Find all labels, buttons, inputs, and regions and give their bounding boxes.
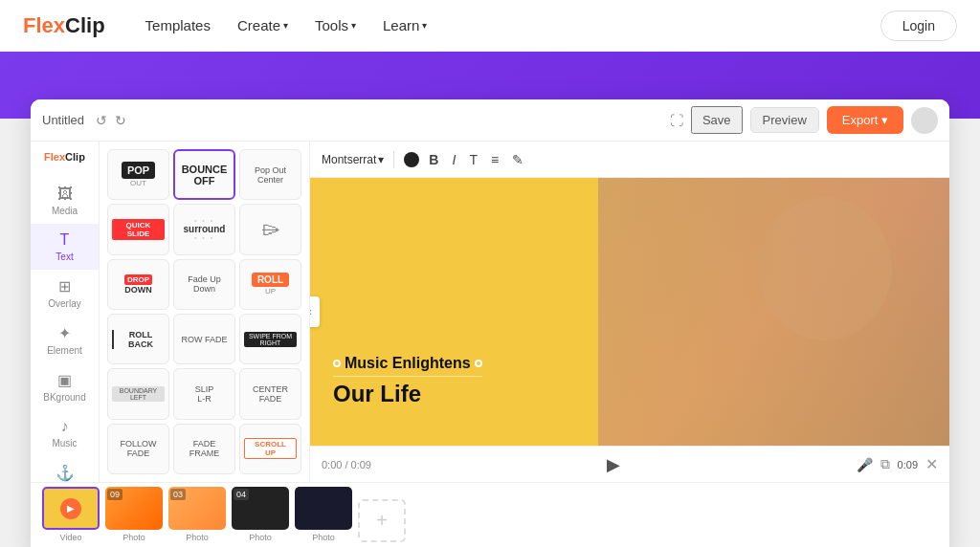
handle-left	[333, 360, 341, 367]
logo[interactable]: FlexClip	[23, 13, 105, 38]
animation-swipe-from-right[interactable]: SWIPE FROM RIGHT	[239, 314, 301, 364]
clip-label-photo2: Photo	[186, 533, 209, 542]
sidebar-label-media: Media	[52, 206, 78, 216]
editor-title: Untitled	[42, 113, 84, 127]
timeline-clip-photo4[interactable]: Photo 0:03	[295, 487, 352, 547]
sidebar-item-media[interactable]: 🖼 Media	[31, 178, 99, 224]
nav-arrow-left[interactable]: ‹	[310, 296, 320, 327]
export-button[interactable]: Export ▾	[827, 106, 903, 134]
clip-thumb-photo1: 09	[105, 487, 163, 530]
toolbar-divider	[393, 151, 394, 168]
play-overlay-icon: ▶	[60, 498, 81, 519]
surround-text: surround	[184, 224, 226, 234]
sidebar-label-overlay: Overlay	[48, 298, 80, 309]
element-icon: ✦	[58, 324, 71, 342]
chevron-down-icon: ▾	[378, 153, 384, 166]
screen-button[interactable]: ⧉	[880, 456, 890, 472]
bkground-icon: ▣	[57, 371, 72, 389]
editor-content: FlexClip 🖼 Media T Text ⊞ Overlay ✦ Elem…	[31, 142, 949, 482]
timeline-clip-photo3[interactable]: 04 Photo 0:03	[232, 487, 289, 547]
animation-pop-out[interactable]: POP OUT	[107, 149, 169, 200]
sidebar-item-overlay[interactable]: ⊞ Overlay	[31, 270, 99, 317]
clip-thumb-photo3: 04	[232, 487, 289, 530]
play-button[interactable]: ▶	[607, 454, 620, 475]
bold-button[interactable]: B	[425, 150, 442, 169]
animation-roll-up[interactable]: ROLL UP	[239, 259, 301, 310]
editor-topbar: Untitled ↺ ↻ ⛶ Save Preview Export ▾	[31, 99, 949, 142]
animation-center-fade[interactable]: CENTER FADE	[239, 368, 301, 419]
sidebar-item-watermark[interactable]: ⚓ Watermark	[31, 456, 99, 482]
sidebar-item-music[interactable]: ♪ Music	[31, 410, 99, 456]
text-icon: T	[60, 231, 70, 249]
edit-button[interactable]: ✎	[508, 150, 527, 169]
animation-fade-up-down[interactable]: Fade Up Down	[173, 259, 235, 310]
close-button[interactable]: ✕	[925, 455, 938, 473]
animation-scroll-up[interactable]: SCROLL UP	[239, 424, 301, 474]
animation-roll-back[interactable]: ROLL BACK	[107, 314, 169, 364]
text-style-button[interactable]: T	[465, 150, 481, 169]
panels-area: POP OUT BOUNCE OFF Pop Out Center	[100, 142, 949, 482]
clip-thumb-video: ▶	[42, 487, 100, 530]
timeline: ▶ Video 0:16 09 Photo 0:09 03 Photo 0:03	[31, 482, 949, 547]
timeline-clip-photo2[interactable]: 03 Photo 0:03	[168, 487, 226, 547]
sidebar-item-element[interactable]: ✦ Element	[31, 317, 99, 363]
canvas-text-overlay[interactable]: Music Enlightens Our Life	[333, 355, 482, 407]
align-button[interactable]: ≡	[487, 150, 502, 169]
sidebar-item-text[interactable]: T Text	[31, 224, 99, 270]
nav-create[interactable]: Create ▾	[228, 11, 298, 39]
canvas-text-line1: Music Enlightens	[345, 355, 471, 372]
animation-bounce-off[interactable]: BOUNCE OFF	[173, 149, 235, 200]
clip-thumb-photo4	[295, 487, 352, 530]
font-selector[interactable]: Montserrat ▾	[322, 153, 384, 166]
animation-quick-slide[interactable]: QUICK SLIDE	[107, 204, 169, 254]
chevron-down-icon: ▾	[351, 20, 356, 31]
add-clip-button[interactable]: +	[358, 499, 406, 542]
handle-right	[475, 360, 482, 367]
top-nav: FlexClip Templates Create ▾ Tools ▾ Lear…	[0, 0, 980, 52]
logo-text: FlexClip	[23, 13, 105, 38]
animation-fade-frame[interactable]: FADE FRAME	[173, 424, 235, 474]
nav-learn[interactable]: Learn ▾	[373, 11, 436, 39]
nav-templates[interactable]: Templates	[136, 11, 220, 39]
chevron-down-icon: ▾	[283, 20, 288, 31]
save-button[interactable]: Save	[691, 106, 743, 134]
animation-boundary-left[interactable]: BOUNDARY LEFT	[107, 368, 169, 419]
redo-button[interactable]: ↻	[111, 111, 130, 130]
italic-button[interactable]: I	[448, 150, 459, 169]
model-face	[758, 197, 892, 340]
animation-surround[interactable]: • • • surround • • •	[173, 204, 235, 254]
avatar[interactable]	[911, 107, 938, 134]
canvas-area: Music Enlightens Our Life ‹	[310, 178, 949, 446]
editor-toolbar: Montserrat ▾ B I T ≡ ✎	[310, 142, 949, 178]
cursor-icon: ⌲	[261, 218, 280, 240]
animation-drop-down[interactable]: DROP DOWN	[107, 259, 169, 310]
overlay-icon: ⊞	[58, 277, 71, 295]
selection-line	[333, 376, 482, 377]
animation-pop-out-center[interactable]: Pop Out Center	[239, 149, 301, 200]
music-icon: ♪	[61, 418, 69, 435]
animation-row-fade[interactable]: ROW FADE	[173, 314, 235, 364]
undo-button[interactable]: ↺	[92, 111, 111, 130]
login-button[interactable]: Login	[880, 11, 957, 41]
nav-links: Templates Create ▾ Tools ▾ Learn ▾	[136, 11, 437, 39]
duration-label: 0:09	[898, 459, 918, 470]
timeline-clip-video[interactable]: ▶ Video 0:16	[42, 487, 100, 547]
animation-follow-fade[interactable]: FOLLOW FADE	[107, 424, 169, 474]
preview-button[interactable]: Preview	[750, 107, 819, 133]
expand-icon: ⛶	[670, 113, 683, 128]
mic-button[interactable]: 🎤	[857, 457, 873, 472]
sidebar-label-bkground: BKground	[43, 392, 85, 403]
nav-tools[interactable]: Tools ▾	[305, 11, 366, 39]
color-picker[interactable]	[404, 152, 419, 167]
font-name: Montserrat	[322, 153, 376, 166]
playback-bar: 0:00 / 0:09 ▶ 🎤 ⧉ 0:09 ✕	[310, 446, 949, 482]
animation-slip-lr[interactable]: SLIP L-R	[173, 368, 235, 419]
timeline-clip-photo1[interactable]: 09 Photo 0:09	[105, 487, 163, 547]
clip-label-photo4: Photo	[312, 533, 335, 542]
animation-cursor[interactable]: ⌲	[239, 204, 301, 254]
clip-label-photo3: Photo	[249, 533, 272, 542]
sidebar-item-bkground[interactable]: ▣ BKground	[31, 363, 99, 410]
time-current: 0:00 / 0:09	[322, 459, 371, 470]
canvas-model-overlay	[566, 178, 949, 446]
chevron-down-icon: ▾	[422, 20, 427, 31]
